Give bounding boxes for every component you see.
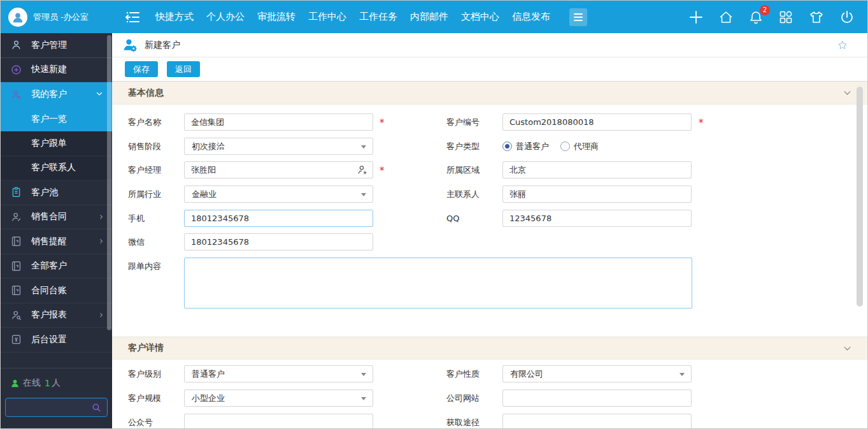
section-basic-info-header: 基本信息 bbox=[112, 82, 867, 105]
acquisition-label: 获取途径 bbox=[446, 414, 480, 428]
nav-item-shortcuts[interactable]: 快捷方式 bbox=[155, 11, 194, 23]
more-menu-button[interactable] bbox=[569, 8, 587, 26]
content-scrollbar[interactable] bbox=[857, 87, 863, 307]
mobile-label: 手机 bbox=[128, 210, 145, 227]
notification-badge: 2 bbox=[760, 5, 770, 15]
customer-code-input[interactable] bbox=[502, 113, 692, 131]
customer-scale-label: 客户规模 bbox=[128, 389, 161, 407]
customer-type-label: 客户类型 bbox=[446, 138, 480, 155]
chevron-down-icon bbox=[679, 373, 685, 376]
industry-label: 所属行业 bbox=[128, 185, 161, 203]
region-label: 所属区域 bbox=[446, 161, 480, 178]
user-avatar-icon bbox=[8, 8, 27, 27]
phonebook-icon bbox=[10, 284, 22, 297]
collapse-section-icon[interactable] bbox=[843, 88, 852, 98]
radio-agent[interactable] bbox=[560, 142, 570, 151]
home-button[interactable] bbox=[718, 10, 734, 25]
customer-name-input[interactable] bbox=[184, 113, 373, 131]
customer-scale-select[interactable]: 小型企业 bbox=[184, 389, 373, 407]
chevron-down-icon bbox=[361, 193, 366, 196]
sidebar-scrollbar[interactable] bbox=[107, 35, 111, 330]
search-icon[interactable] bbox=[91, 402, 102, 413]
follow-content-label: 跟单内容 bbox=[128, 258, 161, 275]
sidebar-item-customer-management[interactable]: 客户管理 bbox=[1, 33, 112, 58]
theme-tshirt-button[interactable] bbox=[808, 10, 825, 25]
sidebar-item-customer-follow[interactable]: 客户跟单 bbox=[1, 131, 112, 156]
chevron-right-icon: › bbox=[99, 236, 103, 246]
mobile-input[interactable] bbox=[184, 210, 373, 227]
sales-stage-value: 初次接洽 bbox=[192, 141, 225, 152]
main-contact-input[interactable] bbox=[502, 185, 692, 203]
person-add-icon[interactable] bbox=[357, 164, 369, 176]
app-window: 管理员 -办公室 快捷方式 个人办公 审批流转 工作中心 工作任务 内部邮件 文… bbox=[0, 0, 868, 429]
sidebar-item-backend-settings[interactable]: 后台设置 bbox=[1, 328, 112, 353]
back-button[interactable]: 返回 bbox=[167, 61, 200, 77]
nav-item-work-tasks[interactable]: 工作任务 bbox=[359, 11, 397, 23]
sidebar-item-customer-contacts[interactable]: 客户联系人 bbox=[1, 156, 112, 181]
sidebar-search-input[interactable] bbox=[6, 403, 91, 412]
sidebar-item-my-customers[interactable]: 我的客户 bbox=[1, 82, 112, 107]
clipboard-icon bbox=[10, 186, 22, 199]
add-button[interactable] bbox=[688, 10, 704, 25]
new-customer-icon bbox=[122, 37, 138, 53]
nav-item-approval-flow[interactable]: 审批流转 bbox=[257, 11, 295, 23]
customer-nature-label: 客户性质 bbox=[446, 365, 480, 382]
radio-normal-customer-label: 普通客户 bbox=[516, 141, 549, 152]
power-button[interactable] bbox=[839, 10, 855, 25]
sidebar-item-sales-contract[interactable]: 销售合同 › bbox=[1, 205, 112, 230]
account-manager-input[interactable] bbox=[184, 161, 373, 178]
required-asterisk: * bbox=[699, 113, 705, 131]
sidebar-item-contract-ledger[interactable]: 合同台账 bbox=[1, 279, 112, 303]
wechat-input[interactable] bbox=[184, 233, 373, 251]
customer-nature-select[interactable]: 有限公司 bbox=[502, 365, 692, 382]
customer-level-label: 客户级别 bbox=[128, 365, 161, 382]
nav-item-internal-mail[interactable]: 内部邮件 bbox=[410, 11, 448, 23]
section-customer-details-header: 客户详情 bbox=[112, 337, 867, 360]
plus-circle-icon bbox=[10, 63, 22, 76]
sidebar-search-box bbox=[5, 398, 108, 417]
topbar-icons: 2 bbox=[688, 10, 867, 25]
customer-name-label: 客户名称 bbox=[128, 113, 161, 131]
sidebar-collapse-icon[interactable] bbox=[125, 10, 141, 24]
customer-level-select[interactable]: 普通客户 bbox=[184, 365, 373, 382]
qq-label: QQ bbox=[446, 210, 459, 227]
company-website-input[interactable] bbox=[502, 389, 692, 407]
company-website-label: 公司网站 bbox=[446, 389, 480, 407]
user-block[interactable]: 管理员 -办公室 bbox=[1, 1, 112, 33]
notifications-button[interactable]: 2 bbox=[748, 10, 764, 25]
chevron-down-icon bbox=[361, 145, 366, 149]
customer-nature-value: 有限公司 bbox=[510, 368, 543, 380]
save-button[interactable]: 保存 bbox=[125, 61, 158, 77]
public-account-input[interactable] bbox=[184, 414, 373, 428]
nav-item-personal-office[interactable]: 个人办公 bbox=[206, 11, 245, 23]
sidebar-item-all-customers[interactable]: 全部客户 bbox=[1, 254, 112, 279]
main-contact-label: 主联系人 bbox=[446, 185, 480, 203]
sidebar-item-sales-reminder[interactable]: 销售提醒 › bbox=[1, 229, 112, 254]
customer-level-value: 普通客户 bbox=[192, 368, 225, 380]
industry-select[interactable]: 金融业 bbox=[184, 185, 373, 203]
sidebar-item-customer-list[interactable]: 客户一览 bbox=[1, 107, 112, 132]
collapse-section-icon[interactable] bbox=[843, 344, 852, 353]
sidebar-item-customer-reports[interactable]: 客户报表 › bbox=[1, 303, 112, 328]
region-input[interactable] bbox=[502, 161, 692, 178]
follow-content-textarea[interactable] bbox=[184, 258, 692, 309]
sales-stage-label: 销售阶段 bbox=[128, 138, 161, 155]
acquisition-input[interactable] bbox=[502, 414, 692, 428]
topbar: 管理员 -办公室 快捷方式 个人办公 审批流转 工作中心 工作任务 内部邮件 文… bbox=[1, 1, 867, 33]
apps-grid-button[interactable] bbox=[778, 10, 793, 25]
nav-item-info-publish[interactable]: 信息发布 bbox=[512, 11, 550, 23]
sales-stage-select[interactable]: 初次接洽 bbox=[184, 138, 373, 155]
main-content: 新建客户 保存 返回 基本信息 客户名称 * 客户编号 * 销售阶段 初次接洽 … bbox=[112, 33, 867, 428]
yen-book-icon bbox=[10, 333, 22, 346]
sidebar: 客户管理 快速新建 我的客户 客户一览 客户跟单 客户联系人 bbox=[1, 33, 112, 428]
sidebar-item-customer-pool[interactable]: 客户池 bbox=[1, 180, 112, 205]
sidebar-item-quick-create[interactable]: 快速新建 bbox=[1, 58, 112, 83]
chevron-right-icon: › bbox=[99, 310, 103, 320]
phonebook-icon bbox=[10, 259, 22, 272]
radio-normal-customer[interactable] bbox=[502, 142, 512, 151]
nav-item-work-center[interactable]: 工作中心 bbox=[308, 11, 346, 23]
required-asterisk: * bbox=[380, 113, 386, 131]
nav-item-document-center[interactable]: 文档中心 bbox=[461, 11, 499, 23]
qq-input[interactable] bbox=[502, 210, 692, 227]
favorite-star-icon[interactable] bbox=[837, 40, 848, 51]
